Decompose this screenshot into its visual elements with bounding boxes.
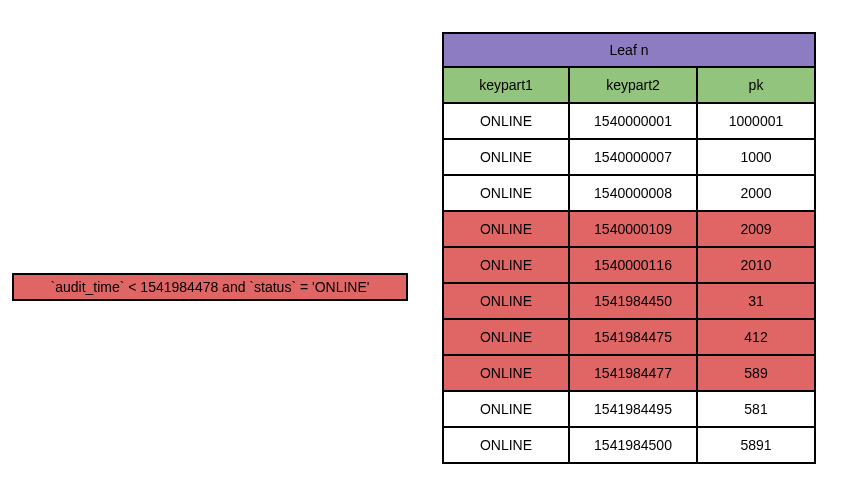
cell-c1: ONLINE: [443, 427, 569, 463]
cell-c3: 5891: [697, 427, 815, 463]
cell-c1: ONLINE: [443, 247, 569, 283]
cell-c1: ONLINE: [443, 283, 569, 319]
cell-c3: 2009: [697, 211, 815, 247]
cell-c2: 1540000007: [569, 139, 697, 175]
cell-c2: 1540000001: [569, 103, 697, 139]
cell-c1: ONLINE: [443, 103, 569, 139]
cell-c2: 1540000109: [569, 211, 697, 247]
table-row: ONLINE15400001092009: [443, 211, 815, 247]
query-condition-box: `audit_time` < 1541984478 and `status` =…: [12, 273, 408, 301]
cell-c2: 1541984450: [569, 283, 697, 319]
cell-c1: ONLINE: [443, 391, 569, 427]
table-row: ONLINE1541984475412: [443, 319, 815, 355]
col-header-keypart1: keypart1: [443, 67, 569, 103]
table-row: ONLINE15400001162010: [443, 247, 815, 283]
cell-c2: 1541984475: [569, 319, 697, 355]
cell-c1: ONLINE: [443, 139, 569, 175]
table-header-row: keypart1 keypart2 pk: [443, 67, 815, 103]
cell-c3: 2010: [697, 247, 815, 283]
leaf-table: Leaf n keypart1 keypart2 pk ONLINE154000…: [442, 32, 816, 464]
table-row: ONLINE15419845005891: [443, 427, 815, 463]
col-header-keypart2: keypart2: [569, 67, 697, 103]
cell-c2: 1541984477: [569, 355, 697, 391]
cell-c3: 1000001: [697, 103, 815, 139]
cell-c2: 1540000008: [569, 175, 697, 211]
table-row: ONLINE1541984477589: [443, 355, 815, 391]
table-title: Leaf n: [443, 33, 815, 67]
cell-c3: 1000: [697, 139, 815, 175]
cell-c1: ONLINE: [443, 319, 569, 355]
cell-c2: 1541984495: [569, 391, 697, 427]
cell-c1: ONLINE: [443, 355, 569, 391]
cell-c3: 589: [697, 355, 815, 391]
table-body: ONLINE15400000011000001ONLINE15400000071…: [443, 103, 815, 463]
table-title-row: Leaf n: [443, 33, 815, 67]
cell-c3: 2000: [697, 175, 815, 211]
cell-c3: 412: [697, 319, 815, 355]
cell-c2: 1541984500: [569, 427, 697, 463]
cell-c3: 31: [697, 283, 815, 319]
cell-c3: 581: [697, 391, 815, 427]
cell-c1: ONLINE: [443, 175, 569, 211]
table-row: ONLINE15400000011000001: [443, 103, 815, 139]
table-row: ONLINE154198445031: [443, 283, 815, 319]
cell-c1: ONLINE: [443, 211, 569, 247]
table-row: ONLINE15400000071000: [443, 139, 815, 175]
cell-c2: 1540000116: [569, 247, 697, 283]
table-row: ONLINE15400000082000: [443, 175, 815, 211]
query-condition-text: `audit_time` < 1541984478 and `status` =…: [51, 279, 370, 295]
col-header-pk: pk: [697, 67, 815, 103]
table-row: ONLINE1541984495581: [443, 391, 815, 427]
